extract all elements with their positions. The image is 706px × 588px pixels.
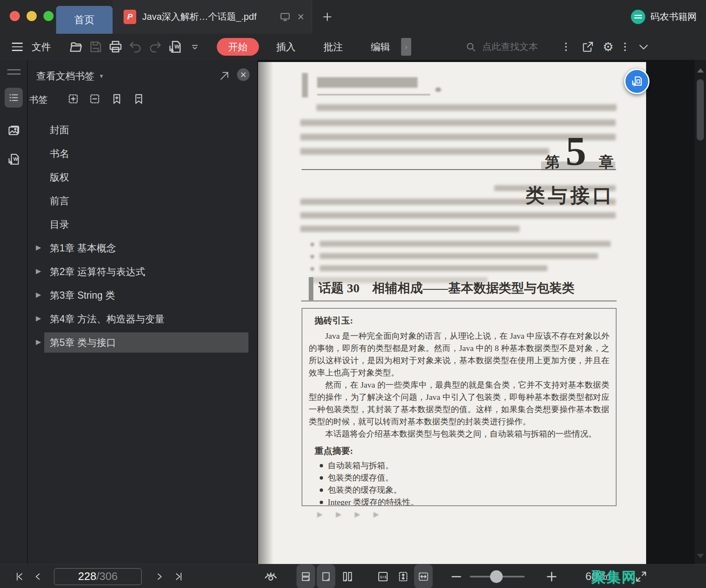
chevron-right-icon[interactable]: ▶ — [36, 243, 41, 251]
previous-page-button[interactable] — [30, 564, 46, 588]
actual-size-button[interactable]: 1=1 — [374, 564, 392, 588]
expand-all-button[interactable] — [67, 93, 79, 105]
zoom-in-button[interactable] — [543, 564, 560, 588]
bookmark-item[interactable]: ▶ 第4章 方法、构造器与变量 — [28, 307, 257, 331]
fit-page-button[interactable] — [394, 564, 412, 588]
search-options-kebab-icon[interactable] — [561, 34, 571, 60]
topic-heading-bar — [309, 277, 313, 301]
blurred-bullet — [310, 267, 314, 271]
more-actions-kebab-icon[interactable] — [620, 34, 630, 60]
bullet-dot — [320, 464, 323, 467]
panel-title[interactable]: 查看文档书签▼ — [36, 70, 104, 83]
account-area[interactable]: 码农书籍网 — [631, 0, 697, 34]
tab-document-title: Java深入解析…个话题_.pdf — [142, 11, 274, 23]
popout-panel-button[interactable] — [218, 70, 230, 82]
zoom-slider-knob[interactable] — [490, 570, 503, 583]
rail-bookmarks-button[interactable] — [5, 88, 23, 108]
print-button[interactable] — [107, 34, 124, 60]
zoom-window-button[interactable] — [43, 11, 54, 21]
tab-annotate[interactable]: 批注 — [321, 34, 346, 60]
vertical-scrollbar[interactable] — [695, 60, 706, 564]
blurred-mark — [435, 87, 441, 92]
bullet-dot — [320, 501, 323, 504]
bookmark-item[interactable]: ▶ 封面 — [28, 118, 257, 142]
new-tab-button[interactable] — [319, 0, 336, 34]
fit-width-button[interactable] — [414, 564, 433, 588]
export-to-word-button[interactable]: W — [167, 34, 183, 60]
more-tabs-button[interactable]: › — [401, 34, 412, 60]
share-button[interactable] — [579, 34, 597, 60]
svg-text:1=1: 1=1 — [380, 575, 387, 579]
view-single-page-button[interactable] — [317, 564, 335, 588]
continuous-scroll-icon — [300, 571, 312, 583]
save-button[interactable] — [87, 34, 104, 60]
bookmark-item[interactable]: ▶ 第1章 基本概念 — [28, 236, 257, 260]
summary-bullet: Integer 类缓存的特殊性。 — [320, 496, 609, 506]
bookmark-item[interactable]: ▶ 第2章 运算符与表达式 — [28, 260, 257, 283]
convert-document-floating-button[interactable] — [624, 69, 649, 94]
close-window-button[interactable] — [10, 11, 20, 21]
tab-home[interactable]: 首页 — [56, 6, 113, 34]
file-menu[interactable]: 文件 — [30, 34, 53, 60]
bookmark-item[interactable]: ▶ 目录 — [28, 213, 257, 236]
document-view[interactable]: 第 5 章 类与接口 话题 30 相辅相成——基本数据类型与包装类 抛砖引玉: … — [258, 60, 706, 564]
scrollbar-thumb[interactable] — [697, 79, 704, 140]
save-options-chevron-icon[interactable] — [189, 34, 201, 60]
tab-document[interactable]: P Java深入解析…个话题_.pdf × — [113, 0, 312, 34]
view-continuous-button[interactable] — [296, 564, 315, 588]
add-bookmark-button[interactable] — [110, 93, 123, 105]
menu-hamburger-icon[interactable] — [12, 34, 23, 60]
user-avatar[interactable] — [631, 10, 645, 24]
collapse-all-button[interactable] — [88, 93, 101, 105]
close-tab-icon[interactable]: × — [296, 11, 305, 23]
topic-rule — [301, 300, 617, 302]
read-mode-button[interactable] — [261, 564, 281, 588]
rail-drag-handle[interactable] — [7, 69, 21, 78]
tab-insert[interactable]: 插入 — [273, 34, 299, 60]
last-page-button[interactable] — [170, 564, 187, 588]
chevron-right-icon[interactable]: ▶ — [36, 338, 41, 346]
bookmark-item[interactable]: ▶ 第3章 String 类 — [28, 283, 257, 307]
current-page[interactable]: 228 — [78, 570, 96, 583]
zoom-out-button[interactable] — [448, 564, 465, 588]
scroll-up-arrow[interactable] — [697, 68, 704, 73]
total-pages: /306 — [96, 570, 118, 583]
view-facing-pages-button[interactable] — [338, 564, 357, 588]
next-page-button[interactable] — [152, 564, 167, 588]
pdf-file-icon: P — [124, 10, 136, 24]
rail-thumbnails-button[interactable] — [5, 121, 23, 140]
first-page-button[interactable] — [11, 564, 28, 588]
bookmark-item[interactable]: ▶ 前言 — [28, 189, 257, 213]
remove-bookmark-button[interactable] — [132, 93, 145, 105]
bookmark-item[interactable]: ▶ 书名 — [28, 142, 257, 165]
minimize-window-button[interactable] — [27, 11, 37, 21]
rail-export-button[interactable]: W — [5, 149, 23, 169]
search-input[interactable] — [482, 41, 558, 52]
bullet-dot — [320, 476, 323, 480]
tab-edit[interactable]: 编辑 — [368, 34, 393, 60]
redo-button[interactable] — [147, 34, 164, 60]
blurred-text-line — [320, 241, 611, 247]
status-bar: 228 /306 1=1 — [0, 564, 706, 588]
scroll-down-arrow[interactable] — [697, 554, 704, 558]
zoom-slider[interactable] — [470, 564, 525, 588]
chevron-right-icon[interactable]: ▶ — [36, 267, 41, 275]
tab-start[interactable]: 开始 — [217, 34, 259, 60]
chevron-right-icon[interactable]: ▶ — [36, 291, 41, 299]
bookmark-label: 第5章 类与接口 — [50, 336, 116, 349]
cast-monitor-icon[interactable] — [280, 11, 291, 22]
blurred-text-line — [300, 212, 616, 218]
page-number-box[interactable]: 228 /306 — [54, 564, 142, 588]
summary-bullets: 自动装箱与拆箱。 包装类的缓存值。 包装类的缓存现象。 — [309, 459, 609, 506]
blurred-bullet — [310, 243, 314, 246]
search-box[interactable] — [463, 34, 560, 60]
open-folder-button[interactable] — [67, 34, 84, 60]
chevron-right-icon[interactable]: ▶ — [36, 314, 41, 322]
close-panel-button[interactable]: ✕ — [237, 68, 250, 81]
bookmark-item[interactable]: ▶ 版权 — [28, 165, 257, 189]
bookmark-item[interactable]: ▶ 第5章 类与接口 — [28, 331, 257, 354]
collapse-toolbar-button[interactable] — [634, 34, 653, 60]
settings-button[interactable]: ⚙ — [599, 34, 617, 60]
undo-button[interactable] — [127, 34, 144, 60]
svg-text:W: W — [13, 156, 18, 162]
